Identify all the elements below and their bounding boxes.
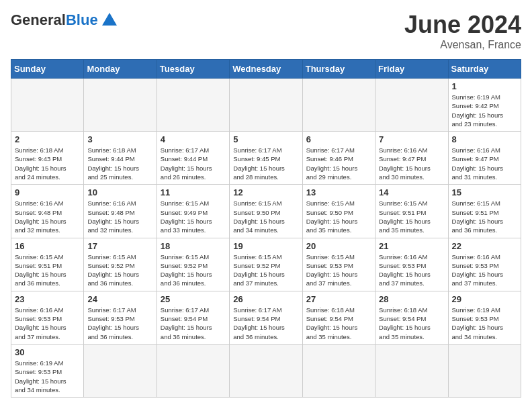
day-number: 29 [452, 294, 517, 304]
logo-blue: Blue [66, 11, 98, 28]
day-info: Sunrise: 6:16 AM Sunset: 9:53 PM Dayligh… [15, 306, 80, 341]
header-saturday: Saturday [448, 60, 521, 79]
calendar-row: 23Sunrise: 6:16 AM Sunset: 9:53 PM Dayli… [11, 291, 521, 344]
header-thursday: Thursday [302, 60, 375, 79]
day-number: 18 [161, 241, 226, 251]
day-info: Sunrise: 6:16 AM Sunset: 9:47 PM Dayligh… [452, 146, 517, 181]
calendar-cell [157, 79, 229, 132]
day-number: 20 [306, 241, 371, 251]
day-info: Sunrise: 6:15 AM Sunset: 9:52 PM Dayligh… [87, 253, 152, 288]
day-number: 14 [379, 187, 444, 197]
calendar-cell: 23Sunrise: 6:16 AM Sunset: 9:53 PM Dayli… [11, 291, 84, 344]
svg-marker-0 [102, 13, 117, 26]
calendar-cell: 13Sunrise: 6:15 AM Sunset: 9:50 PM Dayli… [302, 185, 375, 238]
day-number: 15 [452, 187, 517, 197]
calendar-cell: 4Sunrise: 6:17 AM Sunset: 9:44 PM Daylig… [157, 132, 229, 185]
day-number: 9 [15, 187, 80, 197]
day-info: Sunrise: 6:18 AM Sunset: 9:43 PM Dayligh… [15, 146, 80, 181]
day-number: 26 [233, 294, 298, 304]
day-number: 17 [87, 241, 152, 251]
calendar-cell: 18Sunrise: 6:15 AM Sunset: 9:52 PM Dayli… [157, 238, 229, 291]
calendar-cell: 24Sunrise: 6:17 AM Sunset: 9:53 PM Dayli… [84, 291, 157, 344]
calendar-title-block: June 2024 Avensan, France [404, 11, 521, 51]
day-info: Sunrise: 6:18 AM Sunset: 9:44 PM Dayligh… [87, 146, 152, 181]
day-number: 12 [233, 187, 298, 197]
day-info: Sunrise: 6:17 AM Sunset: 9:54 PM Dayligh… [233, 306, 298, 341]
day-number: 25 [161, 294, 226, 304]
calendar-cell: 15Sunrise: 6:15 AM Sunset: 9:51 PM Dayli… [448, 185, 521, 238]
calendar-title: June 2024 [404, 11, 521, 39]
calendar-cell: 3Sunrise: 6:18 AM Sunset: 9:44 PM Daylig… [84, 132, 157, 185]
calendar-cell: 9Sunrise: 6:16 AM Sunset: 9:48 PM Daylig… [11, 185, 84, 238]
calendar-cell: 28Sunrise: 6:18 AM Sunset: 9:54 PM Dayli… [375, 291, 448, 344]
calendar-cell: 26Sunrise: 6:17 AM Sunset: 9:54 PM Dayli… [230, 291, 302, 344]
logo-icon [102, 12, 117, 27]
calendar-cell [375, 79, 448, 132]
logo: GeneralBlue [11, 11, 117, 30]
day-number: 8 [452, 134, 517, 144]
calendar-cell: 11Sunrise: 6:15 AM Sunset: 9:49 PM Dayli… [157, 185, 229, 238]
day-info: Sunrise: 6:15 AM Sunset: 9:53 PM Dayligh… [306, 253, 371, 288]
day-number: 5 [233, 134, 298, 144]
header-friday: Friday [375, 60, 448, 79]
calendar-cell: 14Sunrise: 6:15 AM Sunset: 9:51 PM Dayli… [375, 185, 448, 238]
day-info: Sunrise: 6:15 AM Sunset: 9:50 PM Dayligh… [233, 199, 298, 234]
day-number: 24 [87, 294, 152, 304]
day-info: Sunrise: 6:17 AM Sunset: 9:53 PM Dayligh… [87, 306, 152, 341]
day-info: Sunrise: 6:15 AM Sunset: 9:51 PM Dayligh… [15, 253, 80, 288]
day-number: 23 [15, 294, 80, 304]
day-number: 11 [161, 187, 226, 197]
day-number: 1 [452, 81, 517, 91]
day-info: Sunrise: 6:17 AM Sunset: 9:44 PM Dayligh… [161, 146, 226, 181]
calendar-cell: 27Sunrise: 6:18 AM Sunset: 9:54 PM Dayli… [302, 291, 375, 344]
calendar-cell [230, 344, 302, 397]
calendar-cell: 1Sunrise: 6:19 AM Sunset: 9:42 PM Daylig… [448, 79, 521, 132]
day-info: Sunrise: 6:15 AM Sunset: 9:52 PM Dayligh… [161, 253, 226, 288]
day-number: 22 [452, 241, 517, 251]
day-info: Sunrise: 6:19 AM Sunset: 9:53 PM Dayligh… [15, 359, 80, 394]
calendar-table: Sunday Monday Tuesday Wednesday Thursday… [11, 59, 521, 398]
calendar-cell [375, 344, 448, 397]
calendar-cell: 7Sunrise: 6:16 AM Sunset: 9:47 PM Daylig… [375, 132, 448, 185]
calendar-cell: 12Sunrise: 6:15 AM Sunset: 9:50 PM Dayli… [230, 185, 302, 238]
calendar-cell: 19Sunrise: 6:15 AM Sunset: 9:52 PM Dayli… [230, 238, 302, 291]
calendar-cell [302, 344, 375, 397]
calendar-cell: 10Sunrise: 6:16 AM Sunset: 9:48 PM Dayli… [84, 185, 157, 238]
calendar-cell: 16Sunrise: 6:15 AM Sunset: 9:51 PM Dayli… [11, 238, 84, 291]
day-info: Sunrise: 6:16 AM Sunset: 9:48 PM Dayligh… [15, 199, 80, 234]
header-monday: Monday [84, 60, 157, 79]
day-number: 27 [306, 294, 371, 304]
calendar-cell: 5Sunrise: 6:17 AM Sunset: 9:45 PM Daylig… [230, 132, 302, 185]
header-wednesday: Wednesday [230, 60, 302, 79]
day-number: 6 [306, 134, 371, 144]
calendar-cell: 2Sunrise: 6:18 AM Sunset: 9:43 PM Daylig… [11, 132, 84, 185]
day-number: 13 [306, 187, 371, 197]
day-number: 28 [379, 294, 444, 304]
weekday-header-row: Sunday Monday Tuesday Wednesday Thursday… [11, 60, 521, 79]
day-number: 7 [379, 134, 444, 144]
calendar-cell: 25Sunrise: 6:17 AM Sunset: 9:54 PM Dayli… [157, 291, 229, 344]
calendar-cell [11, 79, 84, 132]
calendar-row: 9Sunrise: 6:16 AM Sunset: 9:48 PM Daylig… [11, 185, 521, 238]
page-header: GeneralBlue June 2024 Avensan, France [11, 11, 521, 51]
day-info: Sunrise: 6:19 AM Sunset: 9:42 PM Dayligh… [452, 93, 517, 128]
calendar-cell [448, 344, 521, 397]
header-tuesday: Tuesday [157, 60, 229, 79]
day-number: 30 [15, 347, 80, 357]
calendar-row: 30Sunrise: 6:19 AM Sunset: 9:53 PM Dayli… [11, 344, 521, 397]
day-info: Sunrise: 6:19 AM Sunset: 9:53 PM Dayligh… [452, 306, 517, 341]
day-info: Sunrise: 6:15 AM Sunset: 9:49 PM Dayligh… [161, 199, 226, 234]
day-number: 2 [15, 134, 80, 144]
calendar-row: 1Sunrise: 6:19 AM Sunset: 9:42 PM Daylig… [11, 79, 521, 132]
day-number: 10 [87, 187, 152, 197]
calendar-cell [230, 79, 302, 132]
day-info: Sunrise: 6:15 AM Sunset: 9:51 PM Dayligh… [452, 199, 517, 234]
day-info: Sunrise: 6:18 AM Sunset: 9:54 PM Dayligh… [306, 306, 371, 341]
day-info: Sunrise: 6:15 AM Sunset: 9:51 PM Dayligh… [379, 199, 444, 234]
day-info: Sunrise: 6:16 AM Sunset: 9:48 PM Dayligh… [87, 199, 152, 234]
calendar-cell: 6Sunrise: 6:17 AM Sunset: 9:46 PM Daylig… [302, 132, 375, 185]
day-number: 3 [87, 134, 152, 144]
day-number: 16 [15, 241, 80, 251]
calendar-cell: 8Sunrise: 6:16 AM Sunset: 9:47 PM Daylig… [448, 132, 521, 185]
day-info: Sunrise: 6:18 AM Sunset: 9:54 PM Dayligh… [379, 306, 444, 341]
